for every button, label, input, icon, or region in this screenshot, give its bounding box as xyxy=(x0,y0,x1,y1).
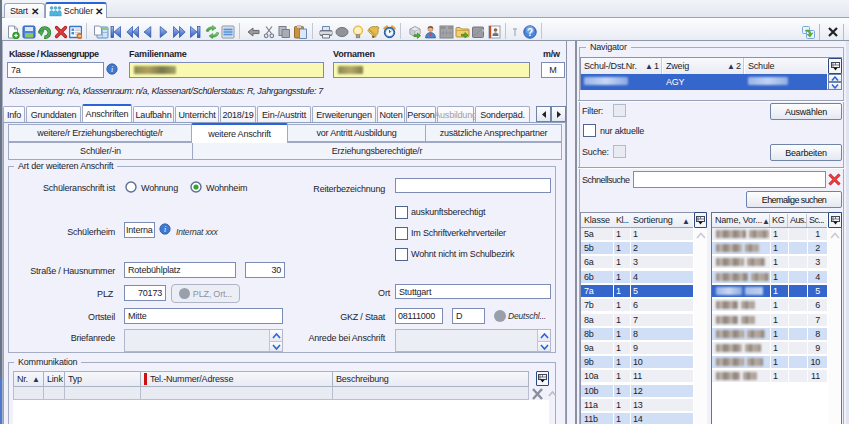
svg-text:i: i xyxy=(164,225,166,234)
svg-text:18: 18 xyxy=(445,26,449,30)
svg-text:?: ? xyxy=(527,27,533,38)
svg-text:i: i xyxy=(111,65,113,74)
